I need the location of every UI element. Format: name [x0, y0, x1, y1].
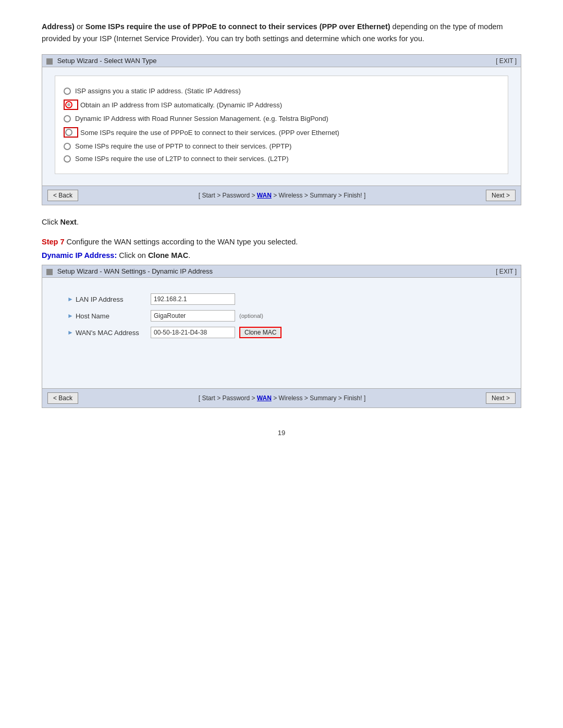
clone-mac-button[interactable]: Clone MAC [239, 327, 282, 338]
form-row-lan-ip: ► LAN IP Address [67, 293, 496, 305]
step7-heading: Step 7 Configure the WAN settings accord… [42, 238, 521, 246]
click-next-period: . [77, 218, 79, 226]
radio-pppoe [65, 129, 72, 136]
form-row-host-name: ► Host Name (optional) [67, 310, 496, 322]
lan-ip-arrow-icon: ► [67, 295, 74, 303]
intro-or: or [75, 22, 85, 31]
wizard2-content: ► LAN IP Address ► Host Name (optional) … [42, 278, 521, 388]
form-row-wan-mac: ► WAN's MAC Address Clone MAC [67, 327, 496, 338]
click-next-bold: Next [60, 218, 76, 226]
host-name-optional: (optional) [239, 313, 263, 319]
wizard1-footer: < Back [ Start > Password > WAN > Wirele… [42, 186, 521, 205]
wizard-title-text-1: Setup Wizard - Select WAN Type [57, 57, 157, 65]
lan-ip-label: ► LAN IP Address [67, 295, 151, 303]
intro-bold-address: Address) [42, 22, 75, 31]
wan-option-pppoe[interactable]: Some ISPs require the use of PPPoE to co… [64, 127, 499, 138]
click-next-paragraph: Click Next. [42, 218, 521, 226]
wizard-titlebar-1: Setup Wizard - Select WAN Type [ EXIT ] [42, 55, 521, 67]
step7-label: Step 7 [42, 238, 65, 246]
wizard1-nav: [ Start > Password > WAN > Wireless > Su… [78, 192, 486, 199]
wan-option-dynamic-ip[interactable]: Obtain an IP address from ISP automatica… [64, 100, 499, 110]
radio-inner-2 [67, 103, 70, 106]
wizard-exit-1[interactable]: [ EXIT ] [496, 57, 517, 65]
wizard-icon-2 [46, 269, 53, 275]
wizard1-nav-wan[interactable]: WAN [257, 192, 272, 199]
wan-option-l2tp-label: Some ISPs require the use of L2TP to con… [75, 155, 288, 163]
radio-inner-6 [66, 157, 69, 161]
wan-option-pppoe-label: Some ISPs require the use of PPPoE to co… [80, 129, 339, 137]
radio-l2tp [64, 155, 71, 163]
lan-ip-label-text: LAN IP Address [76, 295, 124, 303]
radio-pppoe-highlight [64, 127, 78, 138]
wizard1-next-button[interactable]: Next > [486, 190, 516, 201]
host-name-label-text: Host Name [76, 312, 109, 320]
wizard1-back-button[interactable]: < Back [47, 190, 78, 201]
dynamic-heading-label: Dynamic IP Address: [42, 251, 117, 260]
dynamic-heading-text: Click on [117, 251, 148, 260]
page-number: 19 [42, 429, 521, 437]
radio-roadrunner [64, 115, 71, 122]
wan-mac-arrow-icon: ► [67, 329, 74, 336]
wan-option-roadrunner-label: Dynamic IP Address with Road Runner Sess… [75, 115, 328, 122]
wizard2-next-button[interactable]: Next > [486, 392, 516, 404]
wizard-exit-2[interactable]: [ EXIT ] [496, 268, 517, 275]
wan-option-roadrunner[interactable]: Dynamic IP Address with Road Runner Sess… [64, 115, 499, 122]
wan-option-pptp[interactable]: Some ISPs require the use of PPTP to con… [64, 142, 499, 150]
radio-inner-4 [67, 131, 70, 134]
wizard-title-left-2: Setup Wizard - WAN Settings - Dynamic IP… [46, 267, 213, 275]
wizard-select-wan-type: Setup Wizard - Select WAN Type [ EXIT ] … [42, 54, 521, 205]
wizard2-form: ► LAN IP Address ► Host Name (optional) … [55, 286, 508, 347]
radio-inner-1 [66, 90, 69, 93]
host-name-label: ► Host Name [67, 312, 151, 320]
lan-ip-input[interactable] [151, 293, 235, 305]
intro-bold-pppoe: Some ISPs require the use of PPPoE to co… [85, 22, 390, 31]
host-name-input[interactable] [151, 310, 235, 322]
wan-option-dynamic-ip-label: Obtain an IP address from ISP automatica… [80, 101, 282, 109]
radio-static-ip [64, 88, 71, 95]
radio-inner-5 [66, 145, 69, 148]
wizard2-nav-wan[interactable]: WAN [257, 394, 272, 402]
wan-mac-label-text: WAN's MAC Address [76, 329, 139, 337]
wizard1-content: ISP assigns you a static IP address. (St… [42, 67, 521, 186]
radio-dynamic-ip [65, 101, 72, 108]
dynamic-heading-bold: Clone MAC [148, 251, 188, 260]
wan-option-l2tp[interactable]: Some ISPs require the use of L2TP to con… [64, 155, 499, 163]
wan-option-static-ip-label: ISP assigns you a static IP address. (St… [75, 87, 241, 95]
wan-option-pptp-label: Some ISPs require the use of PPTP to con… [75, 142, 291, 150]
wizard-wan-settings: Setup Wizard - WAN Settings - Dynamic IP… [42, 265, 521, 408]
wizard-titlebar-2: Setup Wizard - WAN Settings - Dynamic IP… [42, 265, 521, 278]
host-name-arrow-icon: ► [67, 312, 74, 319]
intro-paragraph: Address) or Some ISPs require the use of… [42, 21, 521, 45]
wizard2-footer: < Back [ Start > Password > WAN > Wirele… [42, 388, 521, 408]
wan-option-static-ip[interactable]: ISP assigns you a static IP address. (St… [64, 87, 499, 95]
wizard1-options: ISP assigns you a static IP address. (St… [55, 76, 508, 174]
dynamic-ip-heading: Dynamic IP Address: Click on Clone MAC. [42, 251, 521, 260]
wan-mac-input[interactable] [151, 327, 235, 338]
radio-dynamic-ip-highlight [64, 100, 78, 110]
wizard2-nav: [ Start > Password > WAN > Wireless > Su… [78, 394, 486, 402]
wizard-title-text-2: Setup Wizard - WAN Settings - Dynamic IP… [57, 267, 213, 275]
dynamic-heading-period: . [188, 251, 190, 260]
wizard1-nav-before: [ Start > Password > [199, 192, 257, 199]
wizard1-nav-after: > Wireless > Summary > Finish! ] [272, 192, 365, 199]
step7-text: Configure the WAN settings according to … [65, 238, 298, 246]
wan-mac-label: ► WAN's MAC Address [67, 329, 151, 337]
click-next-prefix: Click [42, 218, 60, 226]
wizard2-nav-before: [ Start > Password > [199, 394, 257, 402]
radio-pptp [64, 143, 71, 150]
wizard-title-left: Setup Wizard - Select WAN Type [46, 57, 156, 65]
wizard2-back-button[interactable]: < Back [47, 392, 78, 404]
radio-inner-3 [66, 117, 69, 120]
wizard-icon-1 [46, 58, 53, 65]
wizard2-nav-after: > Wireless > Summary > Finish! ] [272, 394, 365, 402]
